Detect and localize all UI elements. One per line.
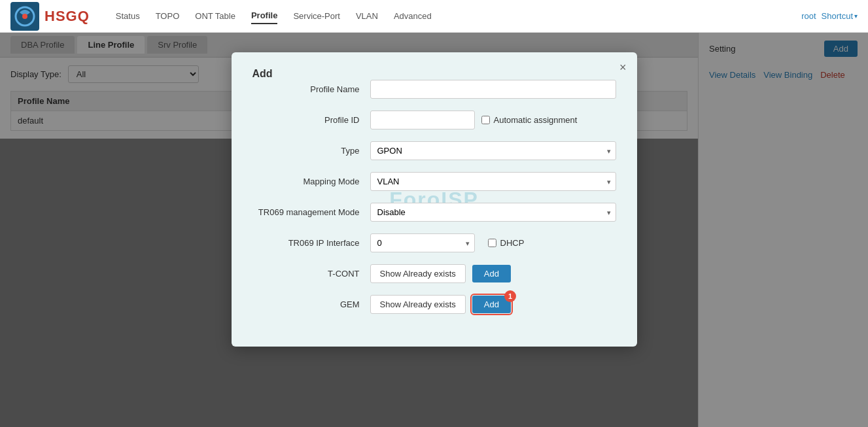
- type-row: Type GPON EPON ▾: [252, 141, 616, 160]
- tcont-row: T-CONT Show Already exists Add: [252, 264, 616, 283]
- gem-badge: 1: [504, 290, 516, 302]
- tr069-mgmt-mode-select[interactable]: Disable Enable: [370, 203, 616, 222]
- automatic-assignment-checkbox[interactable]: [481, 116, 490, 124]
- nav-user[interactable]: root: [801, 11, 816, 21]
- nav-advanced[interactable]: Advanced: [394, 9, 432, 24]
- add-modal: Add × ForoISP Profile Name Profile ID Au…: [232, 52, 637, 347]
- tr069-ip-select[interactable]: 0 1 2: [370, 233, 475, 252]
- svg-point-2: [22, 14, 27, 19]
- mapping-mode-label: Mapping Mode: [252, 177, 370, 186]
- nav-topo[interactable]: TOPO: [156, 9, 180, 24]
- page-background: DBA Profile Line Profile Srv Profile Dis…: [0, 33, 868, 427]
- tcont-label: T-CONT: [252, 269, 370, 279]
- nav-vlan[interactable]: VLAN: [356, 9, 378, 24]
- tr069-mgmt-mode-row: TR069 management Mode Disable Enable ▾: [252, 203, 616, 222]
- nav-ont-table[interactable]: ONT Table: [195, 9, 235, 24]
- mapping-mode-row: Mapping Mode VLAN GEM ▾: [252, 172, 616, 191]
- profile-id-row: Profile ID Automatic assignment: [252, 111, 616, 129]
- profile-name-label: Profile Name: [252, 84, 370, 94]
- profile-name-row: Profile Name: [252, 80, 616, 99]
- profile-id-label: Profile ID: [252, 115, 370, 125]
- gem-add-button-wrapper: Add 1: [466, 296, 511, 313]
- profile-id-input[interactable]: [370, 111, 475, 129]
- tr069-mgmt-mode-label: TR069 management Mode: [252, 207, 370, 217]
- type-select[interactable]: GPON EPON: [370, 141, 616, 160]
- tcont-add-button[interactable]: Add: [472, 265, 511, 282]
- top-navigation: HSGQ Status TOPO ONT Table Profile Servi…: [0, 0, 868, 33]
- mapping-mode-select-wrapper: VLAN GEM ▾: [370, 172, 616, 191]
- profile-name-input[interactable]: [370, 80, 616, 99]
- tcont-show-exists-button[interactable]: Show Already exists: [370, 264, 466, 283]
- mapping-mode-select[interactable]: VLAN GEM: [370, 172, 616, 191]
- logo-area: HSGQ: [10, 2, 90, 31]
- tr069-ip-interface-row: TR069 IP Interface 0 1 2 ▾ DHCP: [252, 233, 616, 252]
- gem-label: GEM: [252, 299, 370, 309]
- nav-service-port[interactable]: Service-Port: [293, 9, 340, 24]
- automatic-assignment-label: Automatic assignment: [494, 115, 578, 125]
- nav-profile[interactable]: Profile: [251, 8, 277, 24]
- type-label: Type: [252, 146, 370, 156]
- dhcp-checkbox[interactable]: [488, 239, 496, 247]
- nav-status[interactable]: Status: [116, 9, 140, 24]
- modal-title: Add: [252, 68, 273, 79]
- gem-row: GEM Show Already exists Add 1: [252, 295, 616, 314]
- type-select-wrapper: GPON EPON ▾: [370, 141, 616, 160]
- tr069-ip-interface-label: TR069 IP Interface: [252, 238, 370, 248]
- tr069-ip-select-wrapper: 0 1 2 ▾: [370, 233, 475, 252]
- nav-links: Status TOPO ONT Table Profile Service-Po…: [116, 8, 801, 24]
- dhcp-checkbox-label: DHCP: [488, 238, 525, 248]
- gem-show-exists-button[interactable]: Show Already exists: [370, 295, 466, 314]
- automatic-assignment-checkbox-label: Automatic assignment: [481, 115, 578, 125]
- logo-icon: [10, 2, 39, 31]
- dhcp-label: DHCP: [500, 238, 525, 248]
- logo-text: HSGQ: [44, 8, 90, 25]
- modal-close-button[interactable]: ×: [619, 61, 627, 73]
- chevron-down-icon: ▾: [854, 12, 858, 20]
- nav-shortcut[interactable]: Shortcut ▾: [822, 11, 858, 21]
- tr069-mgmt-mode-select-wrapper: Disable Enable ▾: [370, 203, 616, 222]
- modal-overlay: Add × ForoISP Profile Name Profile ID Au…: [0, 33, 868, 427]
- nav-right: root Shortcut ▾: [801, 11, 858, 21]
